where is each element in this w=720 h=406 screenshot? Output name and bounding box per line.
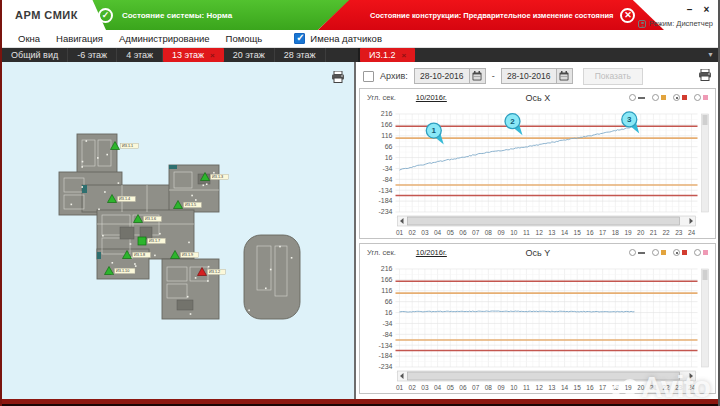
tab--6 этаж[interactable]: -6 этаж bbox=[68, 48, 117, 62]
svg-text:01: 01 bbox=[396, 384, 404, 391]
svg-text:12: 12 bbox=[536, 229, 544, 236]
svg-text:-34: -34 bbox=[382, 320, 392, 327]
range-radio[interactable] bbox=[694, 249, 701, 256]
show-button[interactable]: Показать bbox=[583, 68, 643, 85]
menu-item-окна[interactable]: Окна bbox=[10, 31, 48, 46]
range-mark bbox=[703, 250, 708, 255]
sensor-names-label: Имена датчиков bbox=[310, 33, 382, 44]
range-radio[interactable] bbox=[673, 94, 680, 101]
svg-text:15: 15 bbox=[574, 229, 582, 236]
tab-close-icon[interactable]: × bbox=[402, 51, 407, 60]
tab-4 этаж[interactable]: 4 этаж bbox=[117, 48, 163, 62]
range-option-1[interactable] bbox=[629, 249, 645, 256]
floor-plan-map[interactable]: И3.1.1И3.1.3И3.1.4И3.1.5И3.1.6И3.1.7И3.1… bbox=[2, 62, 356, 399]
svg-text:11: 11 bbox=[523, 229, 530, 236]
date-to-input[interactable]: 28-10-2016 bbox=[501, 68, 557, 84]
chart-x-unit-label: Угл. сек. bbox=[367, 93, 396, 102]
range-option-3[interactable] bbox=[673, 94, 687, 101]
svg-text:24: 24 bbox=[688, 384, 696, 391]
svg-text:И3.1.8: И3.1.8 bbox=[134, 253, 145, 257]
range-option-4[interactable] bbox=[694, 249, 708, 256]
chart-x-plot[interactable]: 2161661166616-34-84-134-184-234010203040… bbox=[360, 106, 715, 238]
calendar-from-button[interactable] bbox=[470, 68, 486, 84]
date-from-input[interactable]: 28-10-2016 bbox=[414, 68, 470, 84]
tab-label: Общий вид bbox=[11, 50, 58, 60]
range-option-1[interactable] bbox=[629, 94, 645, 101]
minimize-button[interactable]: – bbox=[683, 4, 696, 16]
svg-text:166: 166 bbox=[381, 121, 393, 128]
tab-close-icon[interactable]: × bbox=[210, 51, 215, 60]
svg-text:И3.1.7: И3.1.7 bbox=[149, 239, 160, 243]
archive-checkbox[interactable] bbox=[363, 71, 374, 82]
sensor-names-toggle[interactable]: Имена датчиков bbox=[294, 33, 382, 44]
tab-13 этаж[interactable]: 13 этаж× bbox=[163, 48, 224, 62]
close-button[interactable]: × bbox=[700, 4, 713, 16]
svg-text:-184: -184 bbox=[378, 197, 392, 204]
svg-text:22: 22 bbox=[662, 384, 670, 391]
svg-text:03: 03 bbox=[421, 384, 429, 391]
range-radio[interactable] bbox=[652, 94, 659, 101]
structure-status-text: Состояние конструкции: Предварительное и… bbox=[370, 11, 613, 20]
range-option-2[interactable] bbox=[652, 249, 666, 256]
tab-label: 20 этаж bbox=[233, 50, 265, 60]
mode-label: Режим: Диспетчер bbox=[649, 19, 713, 28]
svg-text:И3.1.6: И3.1.6 bbox=[145, 217, 156, 221]
svg-text:1: 1 bbox=[432, 126, 437, 135]
svg-text:07: 07 bbox=[472, 384, 480, 391]
svg-text:И3.1.3: И3.1.3 bbox=[212, 175, 223, 179]
tab-label: И3.1.2 bbox=[369, 50, 396, 60]
svg-text:-84: -84 bbox=[382, 331, 392, 338]
tab-28 этаж[interactable]: 28 этаж bbox=[275, 48, 326, 62]
svg-text:05: 05 bbox=[447, 384, 455, 391]
svg-text:И3.1.10: И3.1.10 bbox=[116, 269, 129, 273]
svg-text:И3.1.1: И3.1.1 bbox=[122, 144, 133, 148]
svg-text:22: 22 bbox=[662, 229, 670, 236]
svg-text:09: 09 bbox=[497, 384, 505, 391]
tab-Общий вид[interactable]: Общий вид bbox=[2, 48, 68, 62]
chart-x-period-link[interactable]: 10/2016г. bbox=[416, 93, 447, 102]
svg-text:01: 01 bbox=[396, 229, 404, 236]
tab-label: 28 этаж bbox=[284, 50, 316, 60]
range-radio[interactable] bbox=[694, 94, 701, 101]
charts-panel: Архив: 28-10-2016 - 28-10-2016 Показать bbox=[356, 62, 718, 399]
svg-text:11: 11 bbox=[523, 384, 530, 391]
svg-text:16: 16 bbox=[586, 229, 594, 236]
range-option-2[interactable] bbox=[652, 94, 666, 101]
menu-item-навигация[interactable]: Навигация bbox=[48, 31, 111, 46]
chart-axis-x: Угл. сек. 10/2016г. Ось X 2161661166616-… bbox=[359, 88, 716, 239]
svg-text:66: 66 bbox=[385, 143, 393, 150]
floor-tabs: Общий вид-6 этаж4 этаж13 этаж×20 этаж28 … bbox=[2, 48, 358, 62]
sensor-marker-И3.1.1[interactable]: И3.1.1 bbox=[111, 142, 139, 150]
svg-text:И3.1.9: И3.1.9 bbox=[182, 253, 193, 257]
svg-text:14: 14 bbox=[561, 229, 569, 236]
svg-text:20: 20 bbox=[637, 229, 645, 236]
range-option-3[interactable] bbox=[673, 249, 687, 256]
range-option-4[interactable] bbox=[694, 94, 708, 101]
chart-y-range-options bbox=[629, 249, 708, 256]
range-radio[interactable] bbox=[629, 249, 636, 256]
tab-label: 13 этаж bbox=[172, 50, 204, 60]
range-radio[interactable] bbox=[652, 249, 659, 256]
svg-text:3: 3 bbox=[627, 115, 632, 124]
svg-text:06: 06 bbox=[459, 384, 467, 391]
range-radio[interactable] bbox=[629, 94, 636, 101]
chart-y-period-link[interactable]: 10/2016г. bbox=[416, 248, 447, 257]
svg-text:216: 216 bbox=[381, 110, 393, 117]
sensor-names-checkbox[interactable] bbox=[294, 33, 305, 44]
print-charts-button[interactable] bbox=[698, 69, 712, 83]
calendar-to-button[interactable] bbox=[557, 68, 573, 84]
chart-y-plot[interactable]: 2161661166616-34-84-134-184-234010203040… bbox=[360, 261, 715, 393]
menu-item-администрирование[interactable]: Администрирование bbox=[111, 31, 218, 46]
print-floorplan-button[interactable] bbox=[331, 69, 345, 87]
menu-item-помощь[interactable]: Помощь bbox=[218, 31, 271, 46]
svg-text:02: 02 bbox=[409, 229, 417, 236]
svg-text:-234: -234 bbox=[378, 363, 392, 370]
tab-overflow-icon[interactable]: ▼ bbox=[707, 51, 714, 58]
tab-И3.1.2[interactable]: И3.1.2× bbox=[360, 48, 415, 62]
tab-20 этаж[interactable]: 20 этаж bbox=[224, 48, 275, 62]
range-mark bbox=[638, 97, 645, 99]
range-radio[interactable] bbox=[673, 249, 680, 256]
archive-label: Архив: bbox=[380, 71, 408, 81]
svg-text:03: 03 bbox=[421, 229, 429, 236]
system-status: ✓ Состояние системы: Норма bbox=[98, 0, 323, 30]
